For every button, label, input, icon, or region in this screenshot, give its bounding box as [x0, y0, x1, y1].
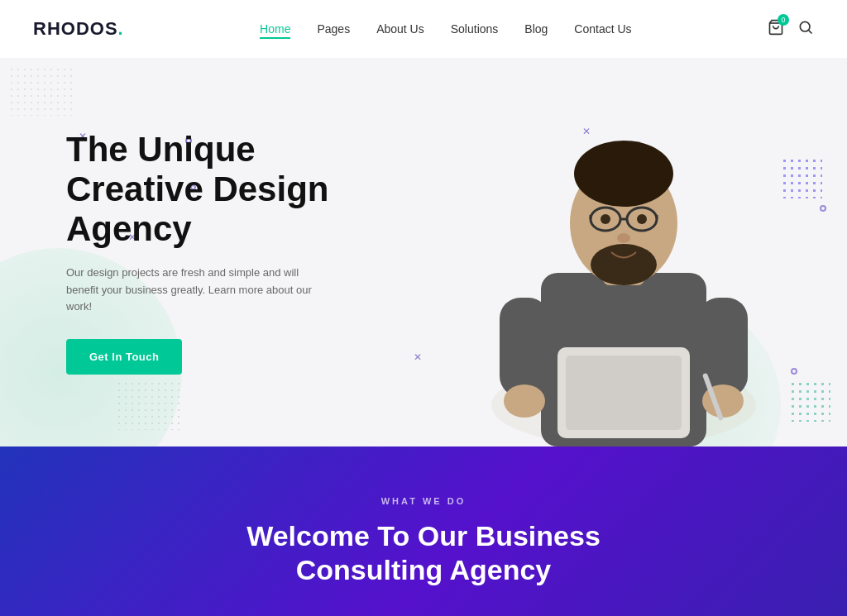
scatter-x-3: ✕ [414, 351, 422, 363]
svg-point-21 [504, 384, 545, 418]
cta-button[interactable]: Get In Touch [66, 339, 182, 375]
hero-section: ✕ ✕ ✕ ✕ The Unique Creative Design Agenc… [0, 58, 847, 446]
nav-item-contact[interactable]: Contact Us [574, 21, 631, 36]
dots-top-left [8, 66, 74, 116]
nav-link-blog[interactable]: Blog [524, 22, 548, 36]
nav-link-about[interactable]: About Us [376, 22, 424, 36]
hero-description: Our design projects are fresh and simple… [66, 265, 314, 316]
logo: RHODOS. [33, 18, 124, 40]
nav-link-pages[interactable]: Pages [317, 22, 350, 36]
svg-point-17 [637, 214, 647, 224]
person-illustration [483, 91, 764, 446]
bottom-section: WHAT WE DO Welcome To Our BusinessConsul… [0, 446, 847, 616]
navbar: RHODOS. Home Pages About Us Solutions Bl… [0, 0, 847, 58]
scatter-circle-3 [820, 205, 826, 212]
nav-item-about[interactable]: About Us [376, 21, 424, 36]
svg-point-1 [800, 21, 810, 31]
search-icon [797, 19, 814, 36]
cart-badge: 0 [778, 14, 789, 26]
hero-title: The Unique Creative Design Agency [66, 130, 347, 250]
nav-icons: 0 [768, 19, 814, 39]
hero-content: The Unique Creative Design Agency Our de… [0, 130, 414, 375]
svg-point-7 [574, 141, 673, 207]
svg-point-9 [622, 146, 658, 182]
nav-item-pages[interactable]: Pages [317, 21, 350, 36]
svg-rect-24 [566, 356, 682, 430]
logo-text: RHODOS [33, 18, 118, 39]
nav-item-blog[interactable]: Blog [524, 21, 548, 36]
logo-dot: . [118, 18, 124, 39]
search-button[interactable] [797, 19, 814, 39]
nav-link-home[interactable]: Home [260, 22, 290, 39]
svg-point-16 [601, 214, 610, 224]
cart-button[interactable]: 0 [768, 19, 784, 39]
nav-link-solutions[interactable]: Solutions [451, 22, 499, 36]
nav-item-solutions[interactable]: Solutions [451, 21, 499, 36]
nav-link-contact[interactable]: Contact Us [574, 22, 631, 36]
nav-links: Home Pages About Us Solutions Blog Conta… [260, 21, 632, 36]
nav-item-home[interactable]: Home [260, 21, 290, 36]
svg-rect-19 [500, 298, 549, 397]
hero-image [450, 83, 797, 446]
bottom-title: Welcome To Our BusinessConsulting Agency [33, 519, 814, 587]
svg-point-8 [591, 145, 624, 186]
eyebrow-label: WHAT WE DO [33, 496, 814, 506]
svg-point-18 [617, 233, 630, 243]
svg-point-10 [591, 244, 657, 285]
svg-line-2 [809, 31, 812, 34]
